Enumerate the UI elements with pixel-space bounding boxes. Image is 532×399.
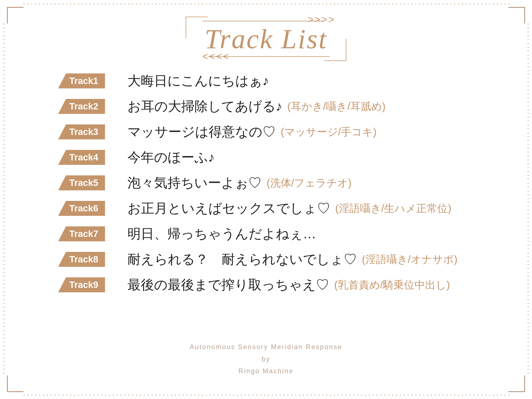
track-badge-1: Track1 <box>66 73 105 88</box>
track-title-4: 今年のほーふ♪ <box>127 149 215 166</box>
track-item-2: Track2お耳の大掃除してあげる♪(耳かき/囁き/耳舐め) <box>58 98 474 115</box>
track-badge-2: Track2 <box>66 99 105 114</box>
header-line-top <box>202 21 324 21</box>
track-title-7: 明日、帰っちゃうんだよねぇ… <box>127 225 316 243</box>
header-box: >>>> <<<< Track List <box>180 17 352 61</box>
page-title: Track List <box>205 23 328 55</box>
track-badge-5: Track5 <box>66 175 105 190</box>
track-badge-9: Track9 <box>66 277 105 292</box>
track-label-5: Track5 <box>58 175 119 190</box>
track-title-2: お耳の大掃除してあげる♪ <box>127 98 282 115</box>
track-subtitle-5: (洗体/フェラチオ) <box>267 176 352 190</box>
track-title-3: マッサージは得意なの♡ <box>127 123 276 141</box>
track-title-5: 泡々気持ちいーよぉ♡ <box>127 174 262 192</box>
track-label-2: Track2 <box>58 99 119 114</box>
footer: Autonomous Sensory Meridian Response by … <box>0 341 532 377</box>
track-subtitle-3: (マッサージ/手コキ) <box>281 125 377 139</box>
track-item-1: Track1大晦日にこんにちはぁ♪ <box>58 72 474 90</box>
track-subtitle-6: (淫語囁き/生ハメ正常位) <box>335 201 451 216</box>
track-title-1: 大晦日にこんにちはぁ♪ <box>127 72 269 90</box>
track-label-1: Track1 <box>58 73 119 88</box>
content-area: >>>> <<<< Track List Track1大晦日にこんにちはぁ♪Tr… <box>0 0 532 399</box>
track-item-5: Track5泡々気持ちいーよぉ♡(洗体/フェラチオ) <box>58 174 474 192</box>
track-label-8: Track8 <box>58 252 119 267</box>
track-item-4: Track4今年のほーふ♪ <box>58 149 474 166</box>
track-badge-8: Track8 <box>66 252 105 267</box>
track-badge-6: Track6 <box>66 201 105 216</box>
footer-line1: Autonomous Sensory Meridian Response <box>0 341 532 353</box>
footer-line3: Ringo Machine <box>0 365 532 377</box>
track-item-3: Track3マッサージは得意なの♡(マッサージ/手コキ) <box>58 123 474 141</box>
track-item-8: Track8耐えられる？ 耐えられないでしょ♡(淫語囁き/オナサポ) <box>58 250 474 268</box>
track-label-6: Track6 <box>58 201 119 216</box>
track-label-4: Track4 <box>58 150 119 165</box>
header: >>>> <<<< Track List <box>169 17 363 61</box>
track-label-3: Track3 <box>58 124 119 139</box>
track-badge-7: Track7 <box>66 226 105 241</box>
track-label-9: Track9 <box>58 277 119 292</box>
page: >>>> <<<< Track List Track1大晦日にこんにちはぁ♪Tr… <box>0 0 532 399</box>
track-badge-3: Track3 <box>66 124 105 139</box>
track-subtitle-8: (淫語囁き/オナサポ) <box>362 252 457 267</box>
track-title-6: お正月といえばセックスでしょ♡ <box>127 200 330 217</box>
track-item-7: Track7明日、帰っちゃうんだよねぇ… <box>58 225 474 243</box>
track-subtitle-9: (乳首責め/騎乗位中出し) <box>334 278 450 292</box>
header-deco-br <box>324 39 346 61</box>
track-title-8: 耐えられる？ 耐えられないでしょ♡ <box>127 250 357 268</box>
track-item-6: Track6お正月といえばセックスでしょ♡(淫語囁き/生ハメ正常位) <box>58 200 474 217</box>
track-subtitle-2: (耳かき/囁き/耳舐め) <box>287 99 385 114</box>
track-badge-4: Track4 <box>66 150 105 165</box>
track-item-9: Track9最後の最後まで搾り取っちゃえ♡(乳首責め/騎乗位中出し) <box>58 276 474 294</box>
track-list: Track1大晦日にこんにちはぁ♪Track2お耳の大掃除してあげる♪(耳かき/… <box>30 72 502 301</box>
track-title-9: 最後の最後まで搾り取っちゃえ♡ <box>127 276 329 294</box>
footer-line2: by <box>0 353 532 365</box>
track-label-7: Track7 <box>58 226 119 241</box>
